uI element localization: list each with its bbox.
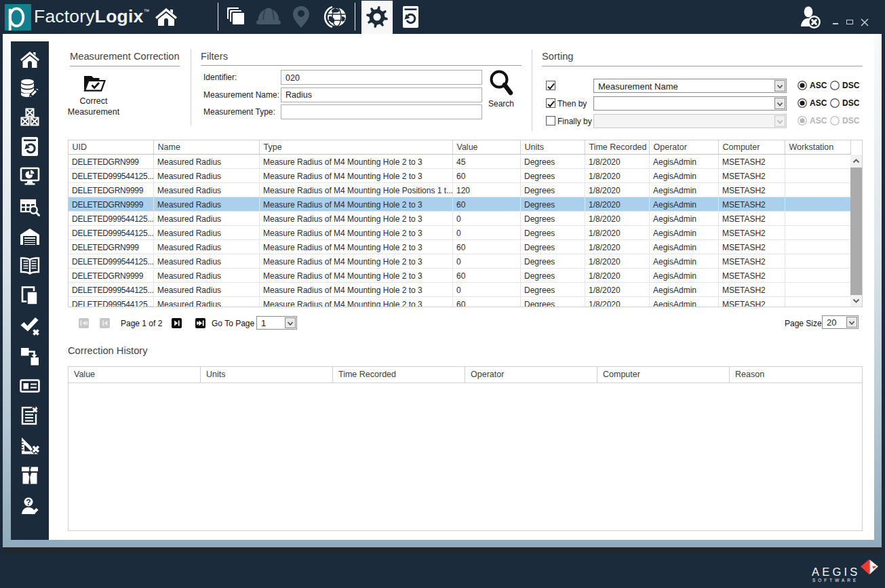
svg-text:SOFTWARE: SOFTWARE xyxy=(812,578,859,583)
svg-text:?: ? xyxy=(26,498,31,507)
svg-text:AEGIS: AEGIS xyxy=(812,566,860,578)
